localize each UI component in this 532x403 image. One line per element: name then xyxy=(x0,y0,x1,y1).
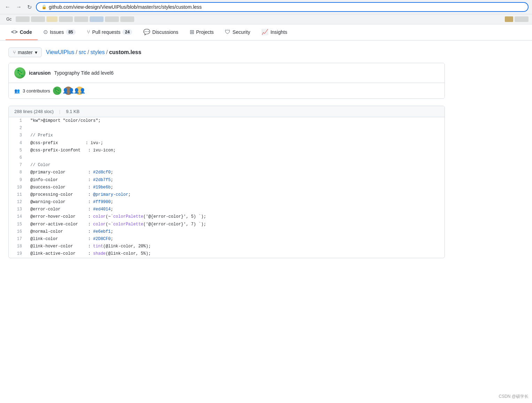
line-number: 5 xyxy=(9,147,26,154)
main-content: ⑂ master ▾ ViewUIPlus / src / styles / c… xyxy=(0,40,453,265)
table-row: 3// Prefix xyxy=(9,132,444,139)
table-row: 7// Color xyxy=(9,162,444,169)
browser-chrome: ← → ↻ 🔒 xyxy=(0,0,532,14)
line-number: 7 xyxy=(9,162,26,169)
issues-badge: 85 xyxy=(66,29,75,35)
tab-projects[interactable]: ⊞ Projects xyxy=(184,24,220,40)
branch-selector[interactable]: ⑂ master ▾ xyxy=(8,47,42,57)
forward-button[interactable]: → xyxy=(15,2,23,12)
tab-issues-label: Issues xyxy=(50,29,64,35)
table-row: 10@success-color : #19be6b; xyxy=(9,184,444,191)
breadcrumb-viewuiplus[interactable]: ViewUIPlus xyxy=(46,49,75,55)
bookmark-label: Gc xyxy=(6,17,12,22)
code-icon: <> xyxy=(11,29,18,35)
breadcrumb-sep-2: / xyxy=(88,49,89,55)
pull-requests-icon: ⑂ xyxy=(87,29,90,35)
tab-pull-requests-label: Pull requests xyxy=(92,29,121,35)
breadcrumb-styles[interactable]: styles xyxy=(91,49,105,55)
line-number: 11 xyxy=(9,192,26,198)
line-content: @success-color : #19be6b; xyxy=(26,184,117,191)
bookmark-placeholder-1 xyxy=(16,16,30,22)
projects-icon: ⊞ xyxy=(190,29,194,35)
bookmark-gc[interactable]: Gc xyxy=(3,16,14,23)
line-number: 4 xyxy=(9,140,26,147)
bookmark-placeholder-7 xyxy=(105,16,119,22)
line-number: 17 xyxy=(9,236,26,242)
file-header-sep: | xyxy=(59,109,60,114)
tab-insights-label: Insights xyxy=(271,29,287,35)
breadcrumb: ViewUIPlus / src / styles / custom.less xyxy=(46,49,142,55)
table-row: 14@error-hover-color : color(~`colorPale… xyxy=(9,213,444,221)
tab-discussions-label: Discussions xyxy=(152,29,178,35)
line-number: 2 xyxy=(9,125,26,132)
line-number: 3 xyxy=(9,132,26,139)
table-row: 12@warning-color : #ff9900; xyxy=(9,199,444,206)
file-header: 288 lines (248 sloc) | 9.1 KB xyxy=(9,106,444,117)
contributors-count: 3 contributors xyxy=(23,88,50,94)
line-number: 18 xyxy=(9,243,26,250)
tab-issues[interactable]: ⊙ Issues 85 xyxy=(38,24,81,40)
table-row: 18@link-hover-color : tint(@link-color, … xyxy=(9,243,444,250)
contributor-avatar-3[interactable]: 👤 xyxy=(75,87,84,95)
table-row: 2 xyxy=(9,125,444,132)
line-number: 10 xyxy=(9,184,26,191)
contributor-avatar-2[interactable]: 👤 xyxy=(64,87,73,95)
line-content: @link-hover-color : tint(@link-color, 20… xyxy=(26,243,155,250)
chevron-down-icon: ▾ xyxy=(35,50,37,55)
line-content: @error-hover-color : color(~`colorPalett… xyxy=(26,214,210,220)
breadcrumb-sep-3: / xyxy=(106,49,107,55)
line-content: // Prefix xyxy=(26,132,57,139)
file-lines: 288 lines (248 sloc) xyxy=(14,109,54,114)
file-viewer: 288 lines (248 sloc) | 9.1 KB 1"kw">@imp… xyxy=(8,106,445,258)
tab-discussions[interactable]: 💬 Discussions xyxy=(138,24,184,40)
line-content: @link-color : #2D8CF0; xyxy=(26,236,117,242)
bookmark-placeholder-3 xyxy=(46,16,58,22)
commit-info-box: icarusion Typography Title add level6 👥 … xyxy=(8,63,445,99)
url-input[interactable] xyxy=(49,4,523,10)
table-row: 8@primary-color : #2d8cf0; xyxy=(9,169,444,176)
back-button[interactable]: ← xyxy=(3,2,12,12)
table-row: 6 xyxy=(9,154,444,162)
lock-icon: 🔒 xyxy=(41,5,47,9)
file-nav: ⑂ master ▾ ViewUIPlus / src / styles / c… xyxy=(8,47,445,57)
tab-security-label: Security xyxy=(233,29,250,35)
table-row: 19@link-active-color : shade(@link-color… xyxy=(9,250,444,258)
table-row: 15@error-active-color : color(~`colorPal… xyxy=(9,221,444,228)
table-row: 13@error-color : #ed4014; xyxy=(9,206,444,213)
breadcrumb-src[interactable]: src xyxy=(79,49,86,55)
line-content: @css-prefix-iconfont : ivu-icon; xyxy=(26,147,120,154)
contributors-icon: 👥 xyxy=(14,88,20,94)
table-row: 16@normal-color : #e6ebf1; xyxy=(9,228,444,236)
code-table: 1"kw">@import "color/colors";23// Prefix… xyxy=(9,117,444,258)
table-row: 1"kw">@import "color/colors"; xyxy=(9,117,444,125)
line-number: 16 xyxy=(9,229,26,235)
line-content: @warning-color : #ff9900; xyxy=(26,199,117,206)
breadcrumb-sep-1: / xyxy=(76,49,77,55)
table-row: 17@link-color : #2D8CF0; xyxy=(9,236,444,243)
line-number: 13 xyxy=(9,206,26,213)
discussions-icon: 💬 xyxy=(143,29,150,35)
table-row: 11@processing-color : @primary-color; xyxy=(9,191,444,199)
security-icon: 🛡 xyxy=(225,29,230,35)
address-bar[interactable]: 🔒 xyxy=(36,2,529,12)
line-content: @primary-color : #2d8cf0; xyxy=(26,169,117,176)
bookmark-placeholder-6 xyxy=(90,16,104,22)
tab-insights[interactable]: 📈 Insights xyxy=(256,24,293,40)
tab-pull-requests[interactable]: ⑂ Pull requests 24 xyxy=(81,25,138,40)
table-row: 5@css-prefix-iconfont : ivu-icon; xyxy=(9,147,444,154)
breadcrumb-current: custom.less xyxy=(109,49,141,55)
issues-icon: ⊙ xyxy=(43,29,48,35)
bookmark-placeholder-4 xyxy=(59,16,73,22)
file-size: 9.1 KB xyxy=(66,109,79,114)
line-number: 1 xyxy=(9,118,26,124)
line-number: 6 xyxy=(9,155,26,161)
line-number: 12 xyxy=(9,199,26,206)
contributor-avatar-1[interactable] xyxy=(53,87,61,95)
reload-button[interactable]: ↻ xyxy=(26,2,33,12)
line-content: "kw">@import "color/colors"; xyxy=(26,118,105,124)
pull-requests-badge: 24 xyxy=(122,29,132,35)
line-content: @processing-color : @primary-color; xyxy=(26,192,135,198)
tab-code[interactable]: <> Code xyxy=(6,25,38,40)
line-content: @info-color : #2db7f5; xyxy=(26,177,117,184)
tab-security[interactable]: 🛡 Security xyxy=(219,25,256,40)
